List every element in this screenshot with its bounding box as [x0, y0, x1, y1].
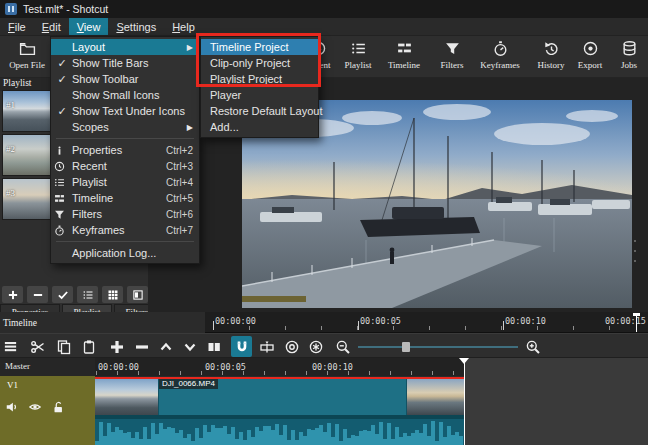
playlist-view-icons-button[interactable]	[102, 286, 123, 303]
menu-view[interactable]: View	[69, 18, 109, 35]
clip-end-thumbnail	[406, 379, 464, 415]
timeline-button[interactable]: Timeline	[381, 40, 427, 70]
remove-icon	[32, 289, 44, 301]
add-icon	[7, 289, 19, 301]
jobs-button[interactable]: Jobs	[606, 40, 648, 70]
update-check-icon	[57, 289, 69, 301]
filters-funnel-icon	[444, 40, 461, 57]
submenu-item-player[interactable]: Player	[201, 87, 318, 103]
submenu-item-add[interactable]: Add...	[201, 119, 318, 135]
keyframes-stopwatch-icon	[54, 225, 70, 236]
menu-file[interactable]: File	[0, 18, 34, 35]
layout-submenu-popup: Timeline Project Clip-only Project Playl…	[200, 36, 319, 138]
ripple-delete-button[interactable]	[131, 336, 152, 357]
menu-item-keyframes[interactable]: Keyframes Ctrl+7	[51, 222, 199, 238]
scrub-while-dragging-button[interactable]	[256, 336, 277, 357]
menu-edit[interactable]: Edit	[34, 18, 69, 35]
playlist-remove-button[interactable]	[27, 286, 48, 303]
timeline-menu-icon	[3, 339, 18, 354]
shotcut-window: Test.mlt* - Shotcut File Edit View Setti…	[0, 0, 648, 445]
playlist-update-button[interactable]	[52, 286, 73, 303]
ripple-icon	[284, 339, 300, 355]
mute-speaker-icon[interactable]	[5, 400, 19, 414]
zoom-out-icon	[335, 339, 351, 355]
player-ruler-major-ticks	[213, 321, 634, 330]
menu-help[interactable]: Help	[164, 18, 203, 35]
view-icons-grid-icon	[107, 289, 119, 301]
submenu-arrow-icon: ▶	[187, 43, 193, 52]
menu-item-show-title-bars[interactable]: ✓ Show Title Bars	[51, 55, 199, 71]
timeline-ruler[interactable]: 00:00:00 00:00:05 00:00:10	[95, 358, 465, 376]
submenu-item-playlist-project[interactable]: Playlist Project	[201, 71, 318, 87]
menu-settings[interactable]: Settings	[108, 18, 164, 35]
playlist-view-tiles-button[interactable]	[127, 286, 148, 303]
copy-button[interactable]	[53, 336, 74, 357]
hide-eye-icon[interactable]	[28, 400, 42, 414]
lock-icon[interactable]	[51, 400, 65, 414]
zoom-in-icon	[525, 339, 541, 355]
submenu-item-timeline-project[interactable]: Timeline Project	[201, 39, 318, 55]
cut-button[interactable]	[27, 336, 48, 357]
ripple-button[interactable]	[281, 336, 302, 357]
paste-icon	[81, 339, 97, 355]
view-details-icon	[82, 289, 94, 301]
player-scrub-ruler[interactable]: 00:00:00 00:00:05 00:00:10 00:00:15	[205, 312, 648, 333]
shotcut-app-icon	[5, 3, 17, 15]
timeline-menu-button[interactable]	[0, 336, 21, 357]
menu-item-properties[interactable]: Properties Ctrl+2	[51, 142, 199, 158]
menu-item-scopes[interactable]: Scopes ▶	[51, 119, 199, 135]
append-button[interactable]	[106, 336, 127, 357]
submenu-item-clip-only-project[interactable]: Clip-only Project	[201, 55, 318, 71]
track-header-v1[interactable]: V1	[0, 376, 95, 445]
submenu-item-restore-default-layout[interactable]: Restore Default Layout	[201, 103, 318, 119]
player-playhead[interactable]	[636, 313, 637, 332]
playlist-add-button[interactable]	[2, 286, 23, 303]
panel-splitter-handle[interactable]	[633, 240, 636, 262]
checkmark-icon: ✓	[54, 73, 70, 86]
menu-item-application-log[interactable]: Application Log...	[51, 245, 199, 261]
clip-video-section: DJI_0066.MP4	[95, 379, 464, 415]
recent-clock-icon	[54, 161, 70, 172]
zoom-out-button[interactable]	[332, 336, 353, 357]
menu-item-recent[interactable]: Recent Ctrl+3	[51, 158, 199, 174]
clip-body: DJI_0066.MP4	[159, 379, 406, 415]
filters-button[interactable]: Filters	[429, 40, 475, 70]
paste-button[interactable]	[78, 336, 99, 357]
open-file-icon	[19, 40, 36, 57]
menubar: File Edit View Settings Help	[0, 18, 648, 36]
lift-icon	[158, 339, 174, 355]
menu-item-layout[interactable]: Layout ▶	[51, 39, 199, 55]
playlist-icon	[54, 177, 70, 188]
checkmark-icon: ✓	[54, 57, 70, 70]
menu-item-show-small-icons[interactable]: Show Small Icons	[51, 87, 199, 103]
view-tiles-icon	[132, 289, 144, 301]
keyframes-stopwatch-icon	[492, 40, 509, 57]
timeline-zoom-slider[interactable]	[358, 346, 518, 348]
master-track-header[interactable]: Master	[0, 358, 95, 376]
zoom-slider-handle[interactable]	[402, 342, 410, 352]
ripple-all-tracks-button[interactable]	[305, 336, 326, 357]
menu-item-timeline[interactable]: Timeline Ctrl+5	[51, 190, 199, 206]
playlist-view-details-button[interactable]	[77, 286, 98, 303]
playlist-button[interactable]: Playlist	[335, 40, 381, 70]
timeline-clip[interactable]: DJI_0066.MP4	[95, 377, 464, 445]
menu-item-show-text-under-icons[interactable]: ✓ Show Text Under Icons	[51, 103, 199, 119]
open-file-button[interactable]: Open File	[2, 40, 52, 70]
jobs-stack-icon	[621, 40, 638, 57]
overwrite-icon	[182, 339, 198, 355]
keyframes-button[interactable]: Keyframes	[477, 40, 523, 70]
menu-item-filters[interactable]: Filters Ctrl+6	[51, 206, 199, 222]
playlist-item-label: #1	[6, 100, 15, 110]
window-titlebar[interactable]: Test.mlt* - Shotcut	[0, 0, 648, 18]
menu-item-show-toolbar[interactable]: ✓ Show Toolbar	[51, 71, 199, 87]
zoom-in-button[interactable]	[522, 336, 543, 357]
snap-toggle-button[interactable]	[231, 336, 252, 357]
export-icon	[582, 40, 599, 57]
overwrite-button[interactable]	[179, 336, 200, 357]
menu-item-playlist[interactable]: Playlist Ctrl+4	[51, 174, 199, 190]
split-button[interactable]	[203, 336, 224, 357]
lift-button[interactable]	[155, 336, 176, 357]
timeline-playhead[interactable]	[464, 358, 465, 445]
menu-separator	[56, 241, 194, 242]
info-icon	[54, 145, 70, 156]
